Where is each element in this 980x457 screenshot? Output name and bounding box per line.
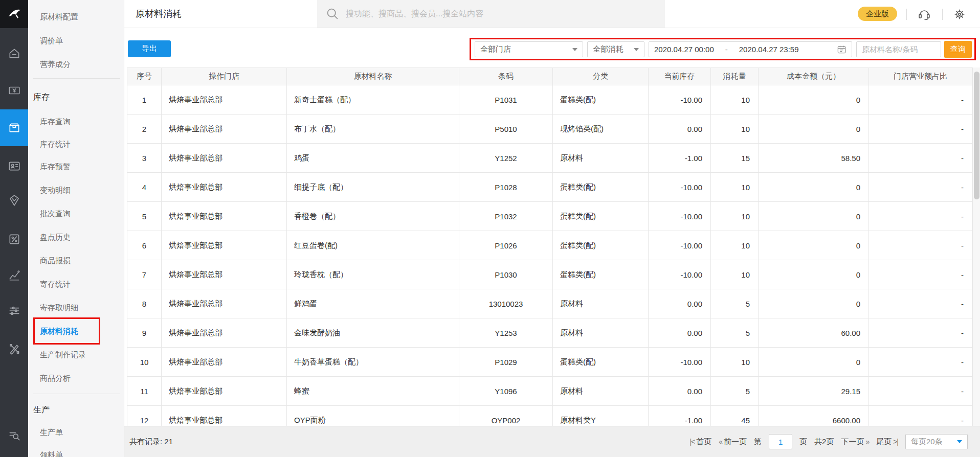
home-icon[interactable] <box>0 42 28 65</box>
keyword-search-field[interactable] <box>856 41 941 57</box>
search-list-icon[interactable] <box>0 424 28 447</box>
finance-icon[interactable] <box>0 79 28 102</box>
table-cell: 0.00 <box>649 377 711 406</box>
chevron-down-icon <box>572 48 577 51</box>
scrollbar-thumb[interactable] <box>974 72 979 199</box>
table-cell: 13010023 <box>459 289 553 318</box>
sidebar-item-生产制作记录[interactable]: 生产制作记录 <box>40 347 86 362</box>
table-cell: 原材料 <box>553 318 649 348</box>
column-header-原材料名称: 原材料名称 <box>287 68 459 85</box>
sidebar-item-商品报损[interactable]: 商品报损 <box>40 253 71 268</box>
column-header-当前库存: 当前库存 <box>649 68 711 85</box>
prev-page-button[interactable]: « 前一页 <box>719 437 747 447</box>
inventory-icon[interactable] <box>0 109 28 146</box>
table-cell: 烘焙事业部总部 <box>162 318 287 348</box>
table-row: 10烘焙事业部总部牛奶香草蛋糕（配）P1029蛋糕类(配)-10.00100- <box>127 348 972 377</box>
sidebar-section-生产: 生产 <box>33 402 50 418</box>
table-row: 12烘焙事业部总部OYP面粉OYP002原材料类Y-1.00456600.00- <box>127 406 972 426</box>
gear-icon[interactable] <box>952 7 967 22</box>
settings-sliders-icon[interactable] <box>0 300 28 322</box>
support-headset-icon[interactable] <box>917 7 932 22</box>
consume-type-dropdown[interactable]: 全部消耗 <box>587 41 644 57</box>
global-search-input[interactable] <box>346 9 632 18</box>
table-row: 1烘焙事业部总部新奇士蛋糕（配）P1031蛋糕类(配)-10.00100- <box>127 85 972 115</box>
column-header-成本金额（元）: 成本金额（元） <box>759 68 869 85</box>
table-cell: 10 <box>711 115 759 144</box>
table-cell: 0 <box>759 115 869 144</box>
store-filter-dropdown[interactable]: 全部门店 <box>475 41 583 57</box>
sidebar-item-调价单[interactable]: 调价单 <box>40 33 63 49</box>
report-chart-icon[interactable] <box>0 264 28 286</box>
sidebar-item-原材料消耗[interactable]: 原材料消耗 <box>40 324 78 339</box>
table-cell: - <box>869 318 972 348</box>
icon-rail <box>0 0 28 457</box>
sidebar-item-盘点历史[interactable]: 盘点历史 <box>40 230 71 245</box>
table-cell: 烘焙事业部总部 <box>162 85 287 115</box>
table-cell: 0 <box>759 202 869 231</box>
table-cell: OYP002 <box>459 406 553 426</box>
table-cell: 烘焙事业部总部 <box>162 289 287 318</box>
top-header: 原材料消耗 企业版 <box>124 0 980 28</box>
next-page-button[interactable]: 下一页 » <box>841 437 869 447</box>
query-button[interactable]: 查询 <box>944 41 972 58</box>
table-cell: 烘焙事业部总部 <box>162 144 287 173</box>
table-cell: 0.00 <box>649 318 711 348</box>
marketing-gem-icon[interactable] <box>0 189 28 212</box>
table-row: 2烘焙事业部总部布丁水（配）P5010现烤馅类(配)0.00100- <box>127 115 972 144</box>
table-cell: 10 <box>711 348 759 377</box>
table-cell: 6 <box>127 231 162 260</box>
table-cell: -1.00 <box>649 406 711 426</box>
column-header-门店营业额占比: 门店营业额占比 <box>869 68 972 85</box>
table-cell: 0 <box>759 348 869 377</box>
table-cell: -10.00 <box>649 260 711 289</box>
sidebar-item-库存预警[interactable]: 库存预警 <box>40 159 71 174</box>
table-cell: 香橙卷（配） <box>287 202 459 231</box>
table-cell: -1.00 <box>649 144 711 173</box>
sidebar-item-批次查询[interactable]: 批次查询 <box>40 206 71 221</box>
sidebar-item-库存统计[interactable]: 库存统计 <box>40 136 71 152</box>
keyword-search-input[interactable] <box>857 42 941 57</box>
sidebar-item-营养成分[interactable]: 营养成分 <box>40 57 71 72</box>
prev-page-label: 前一页 <box>724 437 747 447</box>
page-number-input[interactable] <box>769 434 792 449</box>
table-cell: 原材料 <box>553 377 649 406</box>
vertical-scrollbar[interactable] <box>972 67 980 426</box>
table-row: 5烘焙事业部总部香橙卷（配）P1032蛋糕类(配)-10.00100- <box>127 202 972 231</box>
table-cell: 鲜鸡蛋 <box>287 289 459 318</box>
table-cell: - <box>869 173 972 202</box>
sidebar-item-原材料配置[interactable]: 原材料配置 <box>40 9 78 25</box>
table-cell: -10.00 <box>649 348 711 377</box>
table-cell: 金味发酵奶油 <box>287 318 459 348</box>
export-button[interactable]: 导出 <box>128 40 171 57</box>
last-page-icon: >| <box>893 438 898 446</box>
table-cell: 3 <box>127 144 162 173</box>
table-cell: - <box>869 144 972 173</box>
calendar-icon <box>837 44 847 54</box>
sidebar-item-库存查询[interactable]: 库存查询 <box>40 114 71 129</box>
sidebar-item-寄存统计[interactable]: 寄存统计 <box>40 277 71 292</box>
date-end-value: 2020.04.27 23:59 <box>739 45 799 54</box>
column-header-条码: 条码 <box>459 68 553 85</box>
page-prefix: 第 <box>754 437 762 447</box>
sidebar-item-变动明细[interactable]: 变动明细 <box>40 182 71 198</box>
sidebar-item-寄存取明细[interactable]: 寄存取明细 <box>40 300 78 315</box>
last-page-button[interactable]: 尾页 >| <box>876 437 898 447</box>
first-page-button[interactable]: |< 首页 <box>689 437 711 447</box>
sidebar-item-生产单[interactable]: 生产单 <box>40 425 63 440</box>
table-cell: 原材料 <box>553 144 649 173</box>
table-cell: 蜂蜜 <box>287 377 459 406</box>
last-page-label: 尾页 <box>876 437 892 447</box>
table-cell: 10 <box>127 348 162 377</box>
discount-calc-icon[interactable] <box>0 228 28 250</box>
date-range-picker[interactable]: 2020.04.27 00:00 - 2020.04.27 23:59 <box>649 41 852 57</box>
member-card-icon[interactable] <box>0 155 28 177</box>
sidebar-item-领料单[interactable]: 领料单 <box>40 447 63 457</box>
table-cell: OYP面粉 <box>287 406 459 426</box>
table-cell: 0.00 <box>649 289 711 318</box>
design-tools-icon[interactable] <box>0 338 28 360</box>
table-header-row: 序号操作门店原材料名称条码分类当前库存消耗量成本金额（元）门店营业额占比 <box>127 68 972 85</box>
global-search-box[interactable] <box>317 0 665 28</box>
table-cell: 烘焙事业部总部 <box>162 260 287 289</box>
sidebar-item-商品分析[interactable]: 商品分析 <box>40 371 71 386</box>
per-page-dropdown[interactable]: 每页20条 <box>905 434 968 449</box>
